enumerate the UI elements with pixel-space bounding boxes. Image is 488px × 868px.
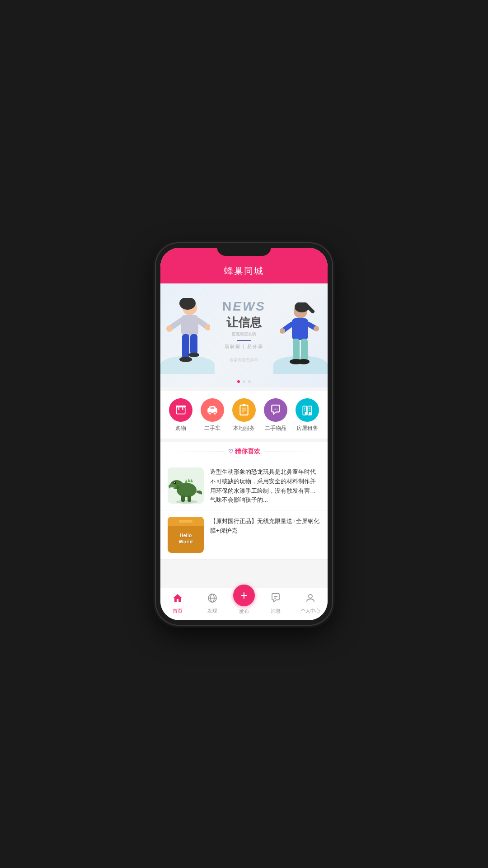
svg-rect-46 — [304, 410, 305, 410]
box-lid — [168, 517, 204, 526]
svg-point-41 — [277, 409, 277, 410]
dot-1 — [237, 380, 240, 383]
discover-icon — [207, 593, 218, 606]
svg-rect-53 — [309, 412, 310, 415]
publish-plus-icon: + — [240, 589, 248, 602]
banner-dots — [160, 380, 328, 383]
phone-frame: 蜂巢同城 — [156, 243, 332, 625]
feed-item-2-text: 【原封国行正品】无线充限量送+全屏钢化膜+保护壳 — [210, 517, 320, 553]
banner-subtitle: 让信息 — [226, 315, 262, 330]
svg-rect-24 — [176, 407, 185, 414]
svg-rect-64 — [177, 486, 179, 489]
svg-line-13 — [307, 306, 313, 311]
category-housing-icon — [296, 398, 319, 422]
category-local-service-icon — [232, 398, 256, 422]
svg-rect-38 — [243, 404, 246, 406]
svg-rect-60 — [170, 487, 172, 489]
svg-point-40 — [275, 409, 276, 410]
category-shopping[interactable]: 购物 — [167, 398, 194, 432]
nav-discover-label: 发现 — [207, 608, 217, 614]
home-icon — [172, 593, 183, 606]
svg-point-4 — [166, 326, 173, 332]
nav-publish-wrapper: + 发布 — [233, 592, 255, 615]
svg-point-10 — [188, 353, 199, 357]
person-right-illustration — [280, 302, 323, 375]
feed-item-1-image — [168, 467, 204, 504]
svg-rect-7 — [182, 334, 189, 359]
category-used-car-icon — [201, 398, 224, 422]
category-used-car[interactable]: 二手车 — [199, 398, 226, 432]
nav-messages[interactable]: 消息 — [262, 593, 289, 614]
app-title: 蜂巢同城 — [160, 265, 328, 277]
person-left-illustration — [165, 298, 210, 375]
svg-rect-20 — [301, 339, 308, 361]
hello-world-box: HelloWorld — [168, 517, 204, 553]
nav-home-label: 首页 — [173, 608, 183, 614]
svg-point-31 — [209, 412, 211, 415]
svg-rect-49 — [311, 408, 312, 409]
svg-point-58 — [174, 481, 176, 484]
svg-point-74 — [309, 594, 312, 598]
messages-icon — [270, 593, 281, 606]
dot-2 — [243, 380, 245, 383]
banner-center-content: NEWS 让信息 更完整更准确 易获得 | 易分享 搜索资源更简单 — [222, 299, 266, 363]
category-local-service-label: 本地服务 — [233, 425, 255, 432]
hello-world-text: HelloWorld — [179, 532, 193, 545]
nav-publish-label: 发布 — [239, 608, 249, 615]
category-shopping-icon — [169, 398, 192, 422]
svg-rect-50 — [309, 410, 310, 410]
svg-rect-44 — [304, 408, 305, 409]
bottom-navigation: 首页 发现 + 发布 — [160, 588, 328, 620]
nav-discover[interactable]: 发现 — [199, 593, 226, 614]
category-used-goods[interactable]: 二手物品 — [262, 398, 289, 432]
svg-rect-51 — [311, 410, 312, 410]
banner-search-hint: 搜索资源更简单 — [230, 357, 258, 363]
svg-point-9 — [179, 357, 192, 362]
category-housing-label: 房屋租售 — [296, 425, 318, 432]
banner-divider — [237, 340, 251, 341]
main-content[interactable]: NEWS 让信息 更完整更准确 易获得 | 易分享 搜索资源更简单 — [160, 283, 328, 588]
svg-rect-33 — [211, 407, 215, 409]
svg-rect-2 — [181, 315, 198, 335]
banner-desc: 易获得 | 易分享 — [225, 344, 263, 350]
feed-item-1-text: 造型生动形象的恐龙玩具是北鼻童年时代不可或缺的玩物，采用安全的材料制作并用环保的… — [210, 467, 320, 504]
svg-point-68 — [176, 500, 197, 504]
svg-point-39 — [274, 409, 275, 410]
banner-tagline: 更完整更准确 — [232, 331, 256, 337]
feed-item-2[interactable]: HelloWorld 【原封国行正品】无线充限量送+全屏钢化膜+保护壳 — [160, 510, 328, 560]
section-line-right — [265, 452, 319, 452]
svg-point-59 — [174, 482, 175, 483]
categories-section: 购物 二手车 — [160, 391, 328, 439]
svg-point-22 — [298, 359, 310, 364]
phone-screen: 蜂巢同城 — [160, 248, 328, 620]
category-used-goods-label: 二手物品 — [265, 425, 286, 432]
banner-section: NEWS 让信息 更完整更准确 易获得 | 易分享 搜索资源更简单 — [160, 283, 328, 387]
svg-rect-8 — [190, 334, 197, 354]
nav-messages-label: 消息 — [271, 608, 281, 614]
banner-news-text: NEWS — [222, 299, 266, 314]
recommend-section-header: ♡ 猜你喜欢 — [160, 442, 328, 461]
svg-point-32 — [214, 412, 216, 415]
svg-rect-61 — [172, 487, 174, 489]
feed-list: 造型生动形象的恐龙玩具是北鼻童年时代不可或缺的玩物，采用安全的材料制作并用环保的… — [160, 461, 328, 560]
category-used-car-label: 二手车 — [204, 425, 221, 432]
svg-rect-45 — [306, 408, 307, 409]
category-local-service[interactable]: 本地服务 — [230, 398, 258, 432]
svg-rect-48 — [309, 408, 310, 409]
section-title-text: 猜你喜欢 — [235, 448, 260, 456]
svg-rect-14 — [292, 318, 308, 340]
nav-profile[interactable]: 个人中心 — [297, 593, 324, 614]
svg-rect-47 — [306, 410, 307, 410]
section-line-left — [169, 452, 224, 452]
category-housing[interactable]: 房屋租售 — [294, 398, 321, 432]
nav-home[interactable]: 首页 — [164, 593, 191, 614]
svg-rect-19 — [293, 339, 300, 361]
svg-rect-52 — [305, 412, 307, 415]
svg-point-18 — [314, 326, 319, 331]
svg-rect-25 — [176, 406, 186, 407]
nav-publish-button[interactable]: + — [233, 585, 255, 606]
nav-profile-label: 个人中心 — [300, 608, 320, 614]
category-used-goods-icon — [264, 398, 287, 422]
feed-item-1[interactable]: 造型生动形象的恐龙玩具是北鼻童年时代不可或缺的玩物，采用安全的材料制作并用环保的… — [160, 461, 328, 510]
notch — [217, 243, 271, 256]
